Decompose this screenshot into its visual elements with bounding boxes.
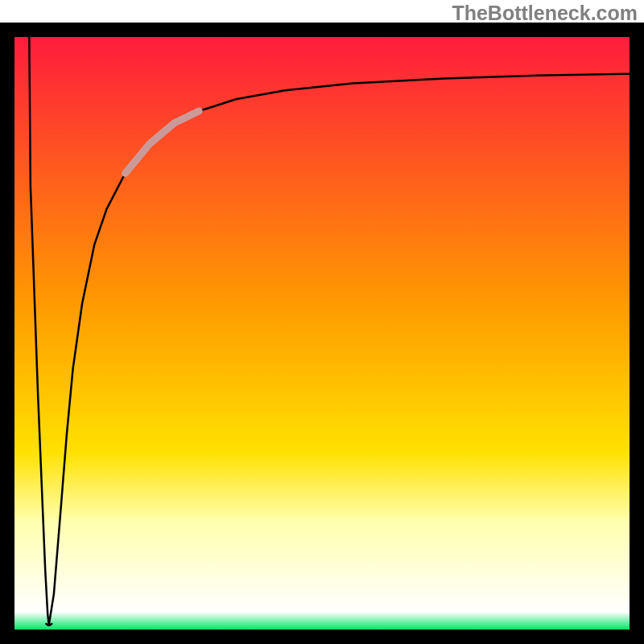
chart-root: TheBottleneck.com	[0, 0, 644, 644]
plot-area	[7, 30, 637, 637]
watermark-label: TheBottleneck.com	[452, 2, 638, 25]
chart-background	[14, 37, 630, 630]
chart-canvas	[0, 0, 644, 644]
